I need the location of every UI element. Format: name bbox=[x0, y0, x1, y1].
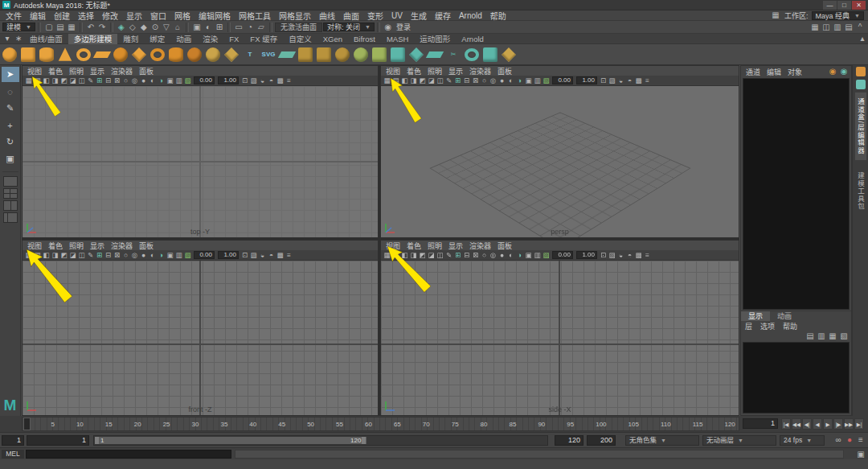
exposure-field[interactable]: 0.00 bbox=[194, 251, 215, 259]
menu-item-12[interactable]: 曲面 bbox=[339, 10, 363, 22]
soccer-ball-icon[interactable] bbox=[206, 47, 220, 62]
xray-icon[interactable]: ◓ bbox=[625, 76, 634, 86]
menu-item-13[interactable]: 变形 bbox=[363, 10, 387, 22]
textured-icon[interactable]: ▥ bbox=[174, 76, 183, 86]
bookmark-icon[interactable]: ◨ bbox=[409, 76, 418, 86]
boolean-icon[interactable] bbox=[335, 47, 350, 62]
gamma-field[interactable]: 1.00 bbox=[218, 76, 239, 84]
exposure-icon[interactable]: ⊡ bbox=[240, 76, 249, 86]
panel-menu-0[interactable]: 视图 bbox=[383, 66, 403, 76]
lock-camera-icon[interactable]: ▤ bbox=[391, 76, 400, 86]
scale-tool[interactable]: ▣ bbox=[2, 151, 19, 167]
ipr-render-icon[interactable]: ◔ bbox=[244, 22, 256, 33]
menu-item-7[interactable]: 网格 bbox=[170, 10, 194, 22]
minimize-button[interactable]: — bbox=[823, 1, 837, 10]
command-input[interactable] bbox=[26, 450, 231, 459]
viewport-persp-canvas[interactable]: persp bbox=[381, 86, 739, 237]
panel-menu-1[interactable]: 着色 bbox=[45, 241, 66, 251]
viewport-side-canvas[interactable]: side -X bbox=[381, 261, 739, 415]
separate-icon[interactable] bbox=[317, 47, 331, 62]
shelf-tab-12[interactable]: 运动图形 bbox=[414, 34, 456, 44]
panel-menu-4[interactable]: 渲染器 bbox=[466, 241, 494, 251]
target-weld-icon[interactable] bbox=[465, 48, 479, 61]
viewport-front[interactable]: 视图着色照明显示渲染器面板 ▦▤◧◨◩◪◫✎⊞⊟⊠○◎●◐◑▣▥▧ 0.00 1… bbox=[22, 240, 379, 416]
shelf-hide-icon[interactable]: ▴ bbox=[857, 33, 868, 44]
textured-icon[interactable]: ▥ bbox=[174, 250, 183, 261]
field-chart-icon[interactable]: ◎ bbox=[489, 76, 497, 86]
panel-menu-2[interactable]: 照明 bbox=[424, 66, 445, 76]
resolution-gate-icon[interactable]: ⊠ bbox=[471, 250, 480, 261]
view-transform-icon[interactable]: ◒ bbox=[616, 76, 625, 86]
poly-cube-icon[interactable] bbox=[21, 47, 35, 62]
isolate-select-icon[interactable]: ▩ bbox=[276, 250, 285, 261]
layer-menu-1[interactable]: 选项 bbox=[756, 321, 779, 331]
viewport-renderer-menu-icon[interactable]: ≡ bbox=[285, 250, 293, 261]
quick-render-icon[interactable]: ⊞ bbox=[214, 22, 225, 33]
grease-pencil-icon[interactable]: ✎ bbox=[86, 250, 95, 261]
play-backwards-button[interactable]: ◀ bbox=[813, 418, 822, 430]
2d-pan-zoom-icon[interactable]: ◪ bbox=[427, 250, 436, 261]
lighting-icon[interactable]: ▧ bbox=[183, 250, 192, 261]
menu-item-8[interactable]: 编辑网格 bbox=[194, 10, 235, 22]
layout-four-pane-button[interactable] bbox=[3, 188, 18, 199]
snap-to-projected-center-icon[interactable]: ⊙ bbox=[149, 22, 161, 33]
grid-toggle-icon[interactable]: ⊞ bbox=[453, 250, 462, 261]
viewport-renderer-menu-icon[interactable]: ≡ bbox=[285, 76, 293, 86]
range-end-handle[interactable] bbox=[362, 437, 366, 444]
viewport-top-canvas[interactable]: top -Y bbox=[23, 86, 378, 237]
oversan-icon[interactable]: ◫ bbox=[436, 250, 444, 261]
select-camera-icon[interactable]: ▦ bbox=[24, 250, 33, 261]
shelf-tab-3[interactable]: 绑定 bbox=[144, 34, 170, 44]
layer-options-icon[interactable]: ▧ bbox=[838, 331, 850, 342]
exposure-icon[interactable]: ⊡ bbox=[599, 250, 608, 261]
gate-mask-icon[interactable]: ○ bbox=[121, 250, 130, 261]
poly-torus-icon[interactable] bbox=[76, 48, 91, 61]
modeling-toolkit-icon[interactable] bbox=[856, 67, 866, 76]
shelf-tab-10[interactable]: Bifrost bbox=[348, 34, 381, 44]
shelf-tab-6[interactable]: FX bbox=[223, 34, 244, 44]
shelf-tab-11[interactable]: MASH bbox=[381, 34, 414, 44]
layer-list[interactable] bbox=[743, 342, 850, 413]
grease-pencil-icon[interactable]: ✎ bbox=[444, 250, 453, 261]
poly-helix-icon[interactable] bbox=[169, 47, 183, 62]
shelf-tab-9[interactable]: XGen bbox=[317, 34, 348, 44]
animation-layer-dropdown[interactable]: 无动画层 ▼ bbox=[702, 435, 776, 446]
loop-toggle-icon[interactable]: ∞ bbox=[833, 434, 844, 446]
panel-menu-4[interactable]: 渲染器 bbox=[466, 66, 494, 76]
safe-action-icon[interactable]: ● bbox=[139, 250, 148, 261]
menu-item-0[interactable]: 文件 bbox=[2, 10, 26, 22]
exposure-icon[interactable]: ⊡ bbox=[240, 250, 249, 261]
oversan-icon[interactable]: ◫ bbox=[77, 76, 86, 86]
panel-menu-3[interactable]: 显示 bbox=[87, 66, 108, 76]
time-slider-track[interactable]: 1510152025303540455055606570758085909510… bbox=[22, 417, 739, 431]
combine-icon[interactable] bbox=[298, 47, 313, 62]
xray-icon[interactable]: ◓ bbox=[267, 76, 276, 86]
channel-manipulator-icon[interactable]: ◉ bbox=[827, 66, 838, 77]
new-empty-layer-icon[interactable]: ▤ bbox=[805, 331, 816, 342]
close-button[interactable]: ✕ bbox=[852, 1, 866, 10]
lighting-icon[interactable]: ▧ bbox=[183, 76, 192, 86]
shelf-options-icon[interactable]: ∗ bbox=[13, 33, 24, 44]
extrude-icon[interactable] bbox=[391, 47, 405, 62]
tool-settings-toggle-icon[interactable]: ▥ bbox=[832, 22, 843, 33]
undo-icon[interactable]: ↶ bbox=[85, 22, 96, 33]
panel-menu-4[interactable]: 渲染器 bbox=[108, 241, 136, 251]
layer-menu-0[interactable]: 层 bbox=[741, 321, 756, 331]
lighting-icon[interactable]: ▧ bbox=[542, 76, 551, 86]
poly-pipe-icon[interactable] bbox=[150, 48, 165, 61]
mode-dropdown[interactable]: 建模 ▼ bbox=[2, 23, 35, 31]
show-panels-icon[interactable]: ▦ bbox=[809, 22, 821, 33]
shelf-tab-2[interactable]: 雕刻 bbox=[117, 34, 144, 44]
lasso-tool[interactable]: ◌ bbox=[2, 84, 19, 99]
character-controls-icon[interactable] bbox=[856, 80, 866, 89]
platonic-solid-icon[interactable] bbox=[132, 47, 146, 62]
channel-menu-2[interactable]: 对象 bbox=[784, 67, 805, 77]
workspace-icon[interactable]: ▦ bbox=[770, 10, 781, 21]
current-time-marker[interactable] bbox=[23, 418, 31, 430]
symmetry-dropdown[interactable]: 对称: 关闭 ▼ bbox=[323, 23, 375, 31]
menu-item-11[interactable]: 曲线 bbox=[315, 10, 339, 22]
poly-plane-icon[interactable] bbox=[93, 51, 111, 57]
snap-to-curve-icon[interactable]: ◇ bbox=[127, 22, 138, 33]
image-plane-icon[interactable]: ◩ bbox=[418, 250, 427, 261]
super-ellipse-icon[interactable] bbox=[224, 47, 239, 62]
